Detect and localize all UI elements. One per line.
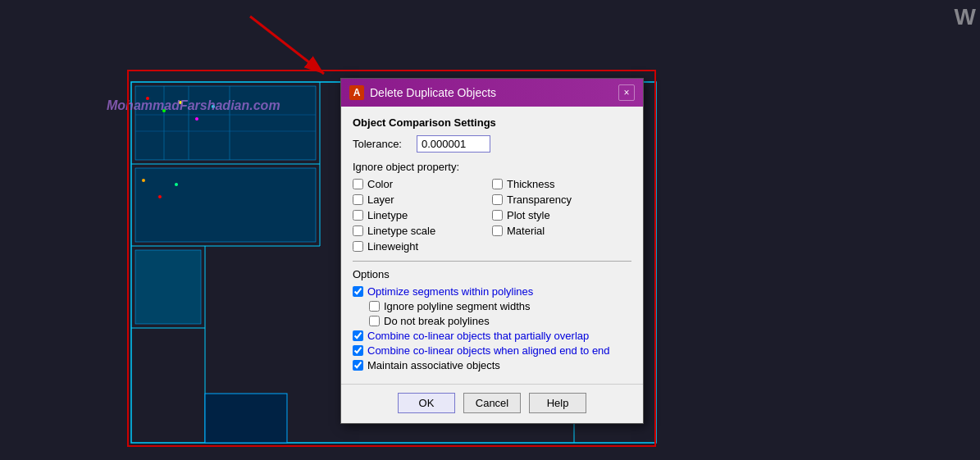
color-checkbox[interactable] (353, 179, 363, 189)
linetype-checkbox[interactable] (353, 210, 363, 221)
cancel-button[interactable]: Cancel (463, 393, 521, 413)
maintain-associative-checkbox[interactable] (353, 360, 363, 371)
linetypescale-label: Linetype scale (367, 225, 435, 237)
options-heading: Options (353, 268, 631, 280)
tolerance-label: Tolerance: (353, 138, 410, 150)
watermark-text: MohammadFarshadian.com (107, 98, 280, 113)
maintain-associative-label: Maintain associative objects (367, 359, 500, 371)
layer-checkbox-item: Layer (353, 194, 492, 206)
delete-duplicate-dialog: A Delete Duplicate Objects × Object Comp… (340, 78, 644, 424)
thickness-checkbox-item: Thickness (492, 178, 631, 190)
svg-point-22 (175, 183, 178, 186)
svg-point-21 (158, 195, 162, 198)
lineweight-checkbox[interactable] (353, 241, 363, 252)
thickness-label: Thickness (507, 178, 555, 190)
material-label: Material (507, 225, 545, 237)
thickness-checkbox[interactable] (492, 179, 503, 189)
ignore-width-label: Ignore polyline segment widths (384, 300, 531, 312)
svg-point-18 (195, 117, 198, 121)
tolerance-input[interactable] (417, 135, 490, 153)
svg-rect-8 (135, 168, 316, 242)
material-checkbox[interactable] (492, 225, 503, 236)
no-break-label: Do not break polylines (384, 315, 490, 327)
tolerance-row: Tolerance: (353, 135, 631, 153)
help-button[interactable]: Help (529, 393, 586, 413)
svg-point-20 (142, 179, 145, 182)
ignore-property-label: Ignore object property: (353, 161, 631, 173)
no-break-option: Do not break polylines (353, 315, 631, 327)
ignore-width-option: Ignore polyline segment widths (353, 300, 631, 312)
layer-label: Layer (367, 194, 394, 206)
top-right-letter: W (955, 4, 976, 30)
ignore-property-grid: Color Thickness Layer Transparency Linet… (353, 178, 631, 253)
layer-checkbox[interactable] (353, 194, 363, 205)
plotstyle-label: Plot style (507, 209, 550, 221)
color-checkbox-item: Color (353, 178, 492, 190)
linetypescale-checkbox[interactable] (353, 225, 363, 236)
object-comparison-heading: Object Comparison Settings (353, 116, 631, 129)
transparency-label: Transparency (507, 194, 572, 206)
combine-aligned-checkbox[interactable] (353, 345, 363, 356)
combine-partial-label: Combine co-linear objects that partially… (367, 330, 589, 342)
svg-rect-23 (205, 394, 287, 443)
color-label: Color (367, 178, 393, 190)
plotstyle-checkbox-item: Plot style (492, 209, 631, 221)
ignore-width-checkbox[interactable] (369, 301, 380, 312)
combine-aligned-option: Combine co-linear objects when aligned e… (353, 344, 631, 357)
svg-rect-7 (135, 86, 316, 160)
svg-rect-9 (135, 250, 201, 324)
maintain-associative-option: Maintain associative objects (353, 359, 631, 371)
titlebar-left: A Delete Duplicate Objects (349, 85, 496, 100)
ok-button[interactable]: OK (398, 393, 455, 413)
close-button[interactable]: × (618, 84, 635, 101)
linetype-checkbox-item: Linetype (353, 209, 492, 221)
lineweight-checkbox-item: Lineweight (353, 240, 492, 253)
lineweight-label: Lineweight (367, 240, 418, 253)
dialog-title: Delete Duplicate Objects (370, 86, 496, 99)
dialog-body: Object Comparison Settings Tolerance: Ig… (341, 107, 643, 384)
linetypescale-checkbox-item: Linetype scale (353, 225, 492, 237)
dialog-titlebar: A Delete Duplicate Objects × (341, 79, 643, 107)
transparency-checkbox-item: Transparency (492, 194, 631, 206)
dialog-footer: OK Cancel Help (341, 384, 643, 423)
combine-aligned-label: Combine co-linear objects when aligned e… (367, 344, 610, 357)
optimize-checkbox[interactable] (353, 286, 363, 297)
linetype-label: Linetype (367, 209, 408, 221)
material-checkbox-item: Material (492, 225, 631, 237)
app-icon: A (349, 85, 364, 100)
transparency-checkbox[interactable] (492, 194, 503, 205)
no-break-checkbox[interactable] (369, 316, 380, 326)
plotstyle-checkbox[interactable] (492, 210, 503, 221)
combine-partial-checkbox[interactable] (353, 330, 363, 341)
combine-partial-option: Combine co-linear objects that partially… (353, 330, 631, 342)
section-divider (353, 261, 631, 262)
optimize-option: Optimize segments within polylines (353, 285, 631, 298)
optimize-label: Optimize segments within polylines (367, 285, 533, 298)
